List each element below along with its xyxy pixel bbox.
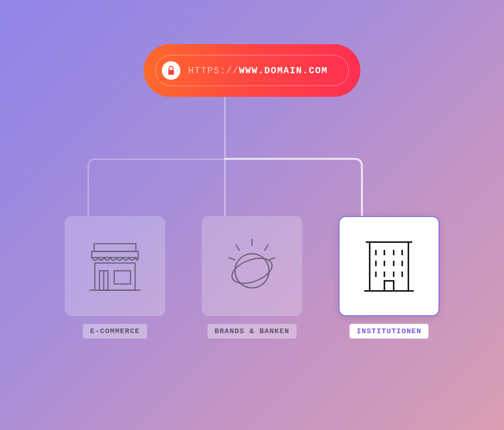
url-bar: HTTPS://WWW.DOMAIN.COM bbox=[144, 44, 360, 97]
card-label-brands: BRANDS & BANKEN bbox=[207, 324, 297, 339]
lock-icon-circle bbox=[162, 61, 180, 80]
card-institutions[interactable] bbox=[339, 216, 439, 316]
svg-rect-2 bbox=[95, 263, 135, 290]
cards-row: E-COMMERCE BRANDS & BANKEN bbox=[65, 216, 439, 339]
url-domain: WWW.DOMAIN.COM bbox=[239, 65, 328, 76]
card-column-institutions: INSTITUTIONEN bbox=[339, 216, 439, 339]
card-label-ecommerce: E-COMMERCE bbox=[83, 324, 147, 339]
url-protocol: HTTPS:// bbox=[188, 65, 239, 76]
svg-line-8 bbox=[236, 244, 240, 251]
globe-icon bbox=[221, 235, 283, 297]
url-text: HTTPS://WWW.DOMAIN.COM bbox=[188, 65, 328, 76]
storefront-icon bbox=[84, 235, 146, 297]
lock-icon bbox=[167, 65, 175, 76]
card-column-ecommerce: E-COMMERCE bbox=[65, 216, 165, 339]
card-label-institutions: INSTITUTIONEN bbox=[350, 324, 429, 339]
card-ecommerce[interactable] bbox=[65, 216, 165, 316]
building-icon bbox=[358, 235, 420, 297]
svg-point-13 bbox=[229, 253, 276, 288]
svg-line-9 bbox=[264, 244, 268, 251]
svg-rect-5 bbox=[114, 271, 130, 284]
url-inner-border: HTTPS://WWW.DOMAIN.COM bbox=[155, 55, 349, 86]
svg-rect-1 bbox=[94, 244, 136, 251]
svg-line-10 bbox=[229, 258, 235, 260]
svg-rect-0 bbox=[168, 70, 174, 75]
svg-line-11 bbox=[269, 258, 275, 260]
svg-rect-30 bbox=[384, 281, 394, 291]
card-brands[interactable] bbox=[202, 216, 302, 316]
card-column-brands: BRANDS & BANKEN bbox=[202, 216, 302, 339]
